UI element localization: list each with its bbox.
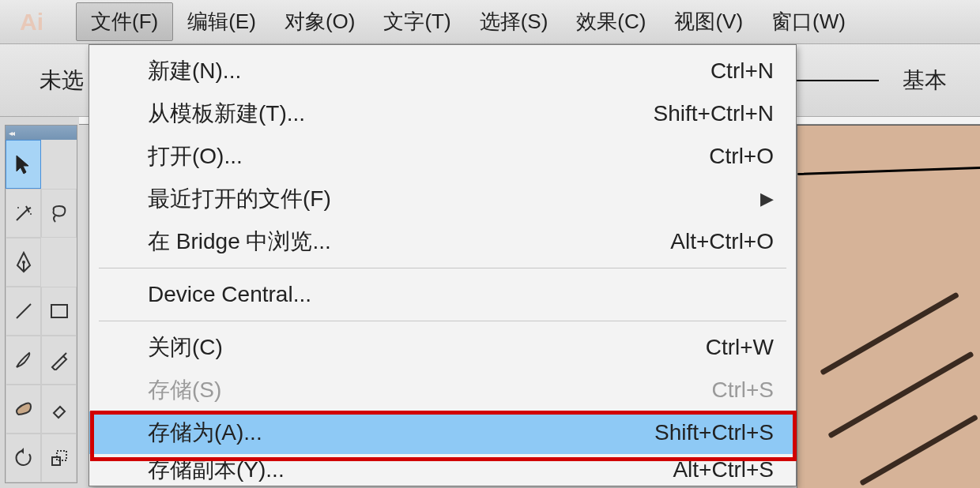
menu-item-browse-in-bridge[interactable]: 在 Bridge 中浏览... Alt+Ctrl+O bbox=[89, 220, 796, 263]
menu-item-label: 新建(N)... bbox=[148, 56, 241, 86]
rotate-icon bbox=[13, 448, 34, 468]
menu-file[interactable]: 文件(F) bbox=[76, 2, 173, 41]
menu-item-shortcut: Ctrl+N bbox=[710, 58, 774, 84]
menu-item-device-central[interactable]: Device Central... bbox=[89, 273, 796, 316]
menu-item-shortcut: Shift+Ctrl+S bbox=[654, 420, 774, 445]
eraser-tool[interactable] bbox=[41, 385, 77, 434]
menu-item-save-as[interactable]: 存储为(A)... Shift+Ctrl+S bbox=[89, 411, 796, 454]
menu-effect[interactable]: 效果(C) bbox=[562, 3, 660, 40]
pencil-icon bbox=[49, 350, 70, 370]
eraser-icon bbox=[49, 399, 70, 419]
blob-brush-tool[interactable] bbox=[6, 385, 41, 434]
menu-item-shortcut: Ctrl+W bbox=[706, 335, 774, 360]
scale-icon bbox=[49, 448, 70, 468]
cursor-icon bbox=[15, 154, 32, 175]
wand-icon bbox=[13, 203, 34, 223]
menu-separator bbox=[99, 321, 786, 321]
menu-item-shortcut: Ctrl+O bbox=[709, 144, 774, 169]
menu-item-label: 打开(O)... bbox=[148, 141, 243, 171]
menu-bar: Ai 文件(F) 编辑(E) 对象(O) 文字(T) 选择(S) 效果(C) 视… bbox=[0, 0, 980, 44]
menu-window[interactable]: 窗口(W) bbox=[757, 3, 860, 40]
app-logo: Ai bbox=[11, 6, 52, 38]
lasso-icon bbox=[49, 203, 70, 223]
paintbrush-tool[interactable] bbox=[6, 336, 41, 385]
menu-item-label: 存储(S) bbox=[148, 375, 221, 405]
rectangle-tool[interactable] bbox=[41, 287, 77, 336]
selection-tool[interactable] bbox=[6, 140, 41, 189]
pen-icon bbox=[14, 251, 33, 273]
menu-item-label: 存储副本(Y)... bbox=[148, 455, 285, 485]
toolbox: ◂◂ bbox=[5, 125, 77, 483]
menu-edit[interactable]: 编辑(E) bbox=[173, 3, 270, 40]
menu-select[interactable]: 选择(S) bbox=[466, 3, 563, 40]
menu-item-label: 存储为(A)... bbox=[148, 418, 262, 448]
svg-line-3 bbox=[17, 304, 31, 318]
stroke-swatch[interactable] bbox=[795, 80, 879, 81]
menu-item-shortcut: Ctrl+S bbox=[711, 377, 774, 403]
menu-item-new-from-template[interactable]: 从模板新建(T)... Shift+Ctrl+N bbox=[89, 92, 796, 135]
menu-item-save: 存储(S) Ctrl+S bbox=[89, 369, 796, 411]
svg-rect-4 bbox=[51, 305, 67, 317]
menu-item-label: 关闭(C) bbox=[148, 332, 223, 362]
stroke-style-label: 基本 bbox=[903, 66, 947, 96]
menu-view[interactable]: 视图(V) bbox=[660, 3, 757, 40]
rectangle-icon bbox=[49, 302, 70, 320]
blob-icon bbox=[13, 399, 34, 419]
toolbox-grip[interactable]: ◂◂ bbox=[6, 126, 77, 140]
selection-status-label: 未选 bbox=[40, 66, 84, 96]
menu-item-close[interactable]: 关闭(C) Ctrl+W bbox=[89, 326, 796, 369]
brush-icon bbox=[13, 350, 34, 370]
menu-item-label: 在 Bridge 中浏览... bbox=[148, 227, 331, 257]
menu-item-new[interactable]: 新建(N)... Ctrl+N bbox=[89, 50, 796, 92]
menu-type[interactable]: 文字(T) bbox=[369, 3, 465, 40]
menu-separator bbox=[99, 268, 786, 268]
rotate-tool[interactable] bbox=[6, 434, 41, 482]
lasso-tool[interactable] bbox=[41, 189, 77, 238]
menu-item-label: 从模板新建(T)... bbox=[148, 99, 305, 129]
svg-point-2 bbox=[22, 261, 25, 264]
direct-selection-tool[interactable] bbox=[41, 140, 77, 189]
canvas[interactable] bbox=[797, 125, 980, 488]
line-icon bbox=[13, 301, 34, 321]
menu-item-recent-files[interactable]: 最近打开的文件(F) ▶ bbox=[89, 178, 796, 220]
line-tool[interactable] bbox=[6, 287, 41, 336]
menu-item-shortcut: Alt+Ctrl+S bbox=[673, 457, 774, 482]
submenu-arrow-icon: ▶ bbox=[760, 189, 774, 209]
scale-tool[interactable] bbox=[41, 434, 77, 482]
svg-point-0 bbox=[17, 207, 19, 208]
menu-item-label: 最近打开的文件(F) bbox=[148, 184, 331, 214]
menu-item-label: Device Central... bbox=[148, 282, 311, 307]
file-menu-dropdown: 新建(N)... Ctrl+N 从模板新建(T)... Shift+Ctrl+N… bbox=[89, 44, 797, 486]
pencil-tool[interactable] bbox=[41, 336, 77, 385]
menu-item-shortcut: Shift+Ctrl+N bbox=[654, 101, 775, 126]
magic-wand-tool[interactable] bbox=[6, 189, 41, 238]
menu-object[interactable]: 对象(O) bbox=[270, 3, 370, 40]
menu-item-shortcut: Alt+Ctrl+O bbox=[670, 229, 774, 254]
pen-tool[interactable] bbox=[6, 238, 41, 287]
svg-point-1 bbox=[30, 213, 32, 215]
menu-item-open[interactable]: 打开(O)... Ctrl+O bbox=[89, 135, 796, 178]
svg-rect-6 bbox=[57, 451, 66, 460]
menu-item-save-a-copy[interactable]: 存储副本(Y)... Alt+Ctrl+S bbox=[89, 454, 796, 486]
type-tool[interactable] bbox=[41, 238, 77, 287]
